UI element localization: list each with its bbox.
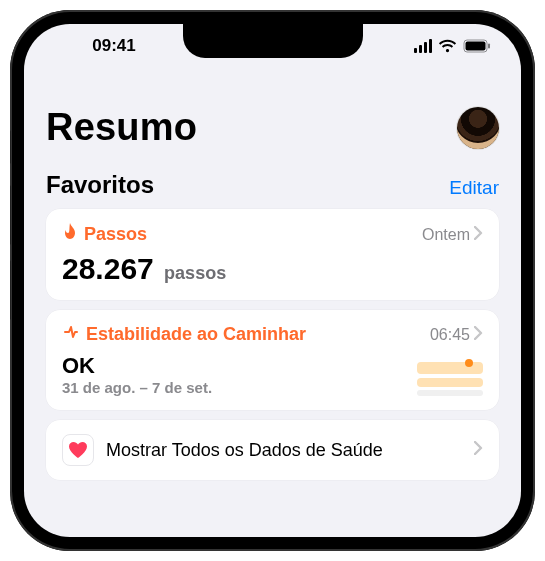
show-all-health-data-button[interactable]: Mostrar Todos os Dados de Saúde: [46, 420, 499, 480]
walking-stability-card[interactable]: Estabilidade ao Caminhar 06:45 OK 31 de …: [46, 310, 499, 410]
cellular-signal-icon: [414, 39, 432, 53]
walking-mini-chart: [417, 356, 483, 396]
flame-icon: [62, 223, 78, 246]
steps-time-meta: Ontem: [422, 226, 483, 244]
edit-button[interactable]: Editar: [449, 177, 499, 199]
svg-rect-1: [466, 42, 486, 51]
steps-time-label: Ontem: [422, 226, 470, 244]
walking-time-meta: 06:45: [430, 326, 483, 344]
silent-switch: [10, 130, 11, 164]
walking-time-label: 06:45: [430, 326, 470, 344]
steps-label: Passos: [84, 224, 147, 245]
walking-label-group: Estabilidade ao Caminhar: [62, 324, 306, 345]
favorites-title: Favoritos: [46, 171, 154, 199]
svg-rect-2: [488, 44, 490, 49]
walking-text-group: OK 31 de ago. – 7 de set.: [62, 345, 212, 396]
status-time: 09:41: [54, 36, 174, 56]
volume-up-button: [10, 185, 11, 245]
chevron-right-icon: [474, 326, 483, 344]
favorites-header: Favoritos Editar: [46, 171, 499, 199]
walking-status: OK: [62, 353, 212, 379]
heart-icon: [62, 434, 94, 466]
steps-value-row: 28.267 passos: [62, 252, 483, 286]
walking-label: Estabilidade ao Caminhar: [86, 324, 306, 345]
wifi-icon: [438, 39, 457, 53]
walking-card-body: OK 31 de ago. – 7 de set.: [62, 345, 483, 396]
steps-label-group: Passos: [62, 223, 147, 246]
walking-stability-icon: [62, 324, 80, 345]
profile-avatar[interactable]: [457, 107, 499, 149]
chevron-right-icon: [474, 226, 483, 244]
steps-value: 28.267: [62, 252, 154, 285]
show-all-label: Mostrar Todos os Dados de Saúde: [106, 440, 462, 461]
steps-unit: passos: [164, 263, 226, 283]
battery-icon: [463, 39, 491, 53]
chevron-right-icon: [474, 441, 483, 459]
page-title: Resumo: [46, 106, 197, 149]
steps-card-header: Passos Ontem: [62, 223, 483, 246]
content-area: Resumo Favoritos Editar Passos: [24, 68, 521, 480]
steps-card[interactable]: Passos Ontem 28.267 passos: [46, 209, 499, 300]
volume-down-button: [10, 260, 11, 320]
phone-frame: 09:41 Resumo Favoritos Editar: [10, 10, 535, 551]
page-header: Resumo: [46, 106, 499, 149]
status-indicators: [371, 39, 491, 53]
notch: [183, 24, 363, 58]
walking-card-header: Estabilidade ao Caminhar 06:45: [62, 324, 483, 345]
screen: 09:41 Resumo Favoritos Editar: [24, 24, 521, 537]
walking-date-range: 31 de ago. – 7 de set.: [62, 379, 212, 396]
